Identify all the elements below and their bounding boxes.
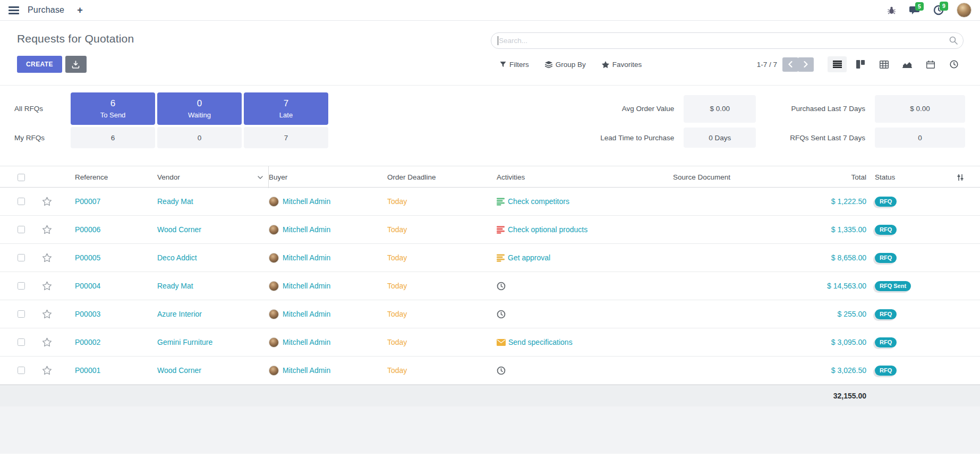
pager-previous-button[interactable] [782,57,798,72]
search-icon[interactable] [949,36,958,45]
purchased-last-7-days[interactable]: $ 0.00 [875,95,965,123]
filters-menu[interactable]: Filters [500,61,529,69]
lead-time-to-purchase[interactable]: 0 Days [684,128,756,148]
list-view-button[interactable] [828,56,847,72]
kpi-my-waiting[interactable]: 0 [157,127,242,148]
buyer-link[interactable]: Mitchell Admin [283,366,330,375]
activity-label[interactable]: Get approval [508,253,550,262]
list-activity-icon[interactable] [497,198,505,206]
rfqs-sent-last-7-days[interactable]: 0 [875,128,965,148]
buyer-cell[interactable]: Mitchell Admin [269,366,387,376]
activity-cell[interactable] [497,366,673,375]
graph-view-button[interactable] [898,56,917,72]
buyer-cell[interactable]: Mitchell Admin [269,253,387,263]
table-row[interactable]: P00001 Wood Corner Mitchell Admin Today … [0,357,980,385]
column-status[interactable]: Status [866,173,941,181]
reference-link[interactable]: P00002 [61,338,157,346]
list-activity-icon[interactable] [497,254,505,262]
buyer-link[interactable]: Mitchell Admin [283,225,330,234]
table-row[interactable]: P00004 Ready Mat Mitchell Admin Today $ … [0,272,980,300]
group-by-menu[interactable]: Group By [545,61,586,69]
kpi-my-to-send[interactable]: 6 [71,127,155,148]
order-deadline-value[interactable]: Today [387,366,497,375]
reference-link[interactable]: P00006 [61,225,157,234]
avg-order-value[interactable]: $ 0.00 [684,95,756,123]
order-deadline-value[interactable]: Today [387,225,497,234]
row-checkbox[interactable] [18,367,25,374]
vendor-link[interactable]: Deco Addict [157,253,269,262]
order-deadline-value[interactable]: Today [387,338,497,346]
buyer-cell[interactable]: Mitchell Admin [269,337,387,347]
kpi-late[interactable]: 7 Late [244,92,328,125]
activity-cell[interactable] [497,310,673,319]
row-checkbox[interactable] [18,226,25,233]
table-row[interactable]: P00007 Ready Mat Mitchell Admin Today Ch… [0,188,980,216]
buyer-link[interactable]: Mitchell Admin [283,310,330,318]
clock-activity-icon[interactable] [497,282,506,291]
column-total[interactable]: Total [800,173,866,181]
activities-clock-icon[interactable]: 9 [933,5,944,15]
favorite-star-icon[interactable] [33,281,61,291]
table-row[interactable]: P00006 Wood Corner Mitchell Admin Today … [0,216,980,244]
menu-icon[interactable] [8,6,19,14]
buyer-link[interactable]: Mitchell Admin [283,253,330,262]
reference-link[interactable]: P00003 [61,310,157,318]
clock-activity-icon[interactable] [497,310,506,319]
optional-columns-button[interactable] [941,174,980,181]
select-all-checkbox[interactable] [18,174,25,181]
column-vendor[interactable]: Vendor [157,166,269,188]
debug-bug-icon[interactable] [887,6,896,15]
table-row[interactable]: P00002 Gemini Furniture Mitchell Admin T… [0,328,980,357]
buyer-link[interactable]: Mitchell Admin [283,197,330,206]
calendar-view-button[interactable] [921,56,940,72]
reference-link[interactable]: P00007 [61,197,157,206]
vendor-link[interactable]: Gemini Furniture [157,338,269,346]
buyer-cell[interactable]: Mitchell Admin [269,281,387,291]
add-tab-button[interactable]: + [77,5,83,16]
row-checkbox[interactable] [18,338,25,346]
buyer-cell[interactable]: Mitchell Admin [269,197,387,207]
user-avatar[interactable] [957,3,972,18]
favorites-menu[interactable]: Favorites [602,61,642,69]
table-row[interactable]: P00005 Deco Addict Mitchell Admin Today … [0,244,980,272]
vendor-link[interactable]: Wood Corner [157,366,269,375]
messages-icon[interactable]: 5 [909,5,921,15]
column-reference[interactable]: Reference [61,173,157,181]
activity-label[interactable]: Check competitors [508,197,569,206]
column-order-deadline[interactable]: Order Deadline [387,173,497,181]
app-title[interactable]: Purchase [28,5,64,15]
row-checkbox[interactable] [18,254,25,261]
favorite-star-icon[interactable] [33,197,61,206]
table-row[interactable]: P00003 Azure Interior Mitchell Admin Tod… [0,300,980,328]
activity-cell[interactable]: Check optional products [497,225,673,234]
kpi-my-late[interactable]: 7 [244,127,328,148]
favorite-star-icon[interactable] [33,309,61,319]
buyer-cell[interactable]: Mitchell Admin [269,309,387,319]
buyer-cell[interactable]: Mitchell Admin [269,225,387,235]
favorite-star-icon[interactable] [33,253,61,262]
kanban-view-button[interactable] [851,56,870,72]
column-buyer[interactable]: Buyer [269,173,387,181]
activity-view-button[interactable] [944,56,964,72]
reference-link[interactable]: P00005 [61,253,157,262]
activity-label[interactable]: Check optional products [508,225,587,234]
kpi-to-send[interactable]: 6 To Send [71,92,155,125]
activity-cell[interactable] [497,282,673,291]
order-deadline-value[interactable]: Today [387,197,497,206]
vendor-link[interactable]: Ready Mat [157,282,269,290]
vendor-link[interactable]: Wood Corner [157,225,269,234]
export-button[interactable] [65,56,87,73]
vendor-link[interactable]: Ready Mat [157,197,269,206]
list-activity-icon[interactable] [497,226,505,234]
clock-activity-icon[interactable] [497,366,506,375]
activity-label[interactable]: Send specifications [508,338,573,346]
favorite-star-icon[interactable] [33,337,61,347]
order-deadline-value[interactable]: Today [387,253,497,262]
activity-cell[interactable]: Get approval [497,253,673,262]
reference-link[interactable]: P00001 [61,366,157,375]
search-input[interactable] [491,32,964,49]
vendor-link[interactable]: Azure Interior [157,310,269,318]
order-deadline-value[interactable]: Today [387,282,497,290]
reference-link[interactable]: P00004 [61,282,157,290]
row-checkbox[interactable] [18,310,25,318]
